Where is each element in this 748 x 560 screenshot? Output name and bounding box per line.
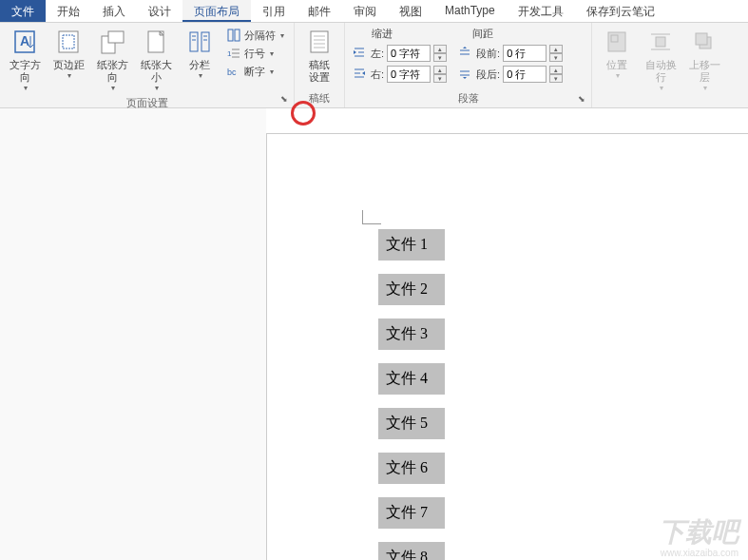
indent-right-input[interactable]: [387, 66, 431, 83]
breaks-button[interactable]: 分隔符▾: [224, 27, 286, 44]
list-item[interactable]: 文件 3: [378, 319, 445, 350]
paragraph-label: 段落: [349, 89, 587, 107]
tab-mathtype[interactable]: MathType: [433, 0, 507, 22]
list-item[interactable]: 文件 1: [378, 229, 445, 261]
left-margin-area: [0, 108, 266, 560]
position-button: 位置 ▾: [596, 25, 638, 82]
svg-rect-2: [59, 31, 78, 52]
indent-left-input[interactable]: [387, 45, 431, 62]
chevron-down-icon: ▾: [155, 84, 159, 92]
list-item[interactable]: 文件 6: [378, 453, 445, 484]
indent-left-label: 左:: [371, 47, 384, 61]
orientation-icon: [97, 27, 127, 57]
indent-left-icon: [353, 46, 368, 61]
ruler-corner: [362, 210, 381, 224]
group-page-setup: A 文字方向 ▾ 页边距 ▾ 纸张方向 ▾: [0, 23, 295, 107]
svg-rect-20: [311, 31, 328, 52]
page-setup-launcher[interactable]: ⬊: [280, 94, 292, 106]
chevron-down-icon: ▾: [67, 71, 71, 80]
svg-rect-41: [696, 33, 707, 45]
tab-home[interactable]: 开始: [46, 0, 91, 22]
manuscript-settings-button[interactable]: 稿纸 设置: [298, 25, 340, 86]
spinner-down[interactable]: ▾: [433, 53, 447, 62]
group-arrange: 位置 ▾ 自动换行 ▾ 上移一层 ▾: [592, 23, 729, 107]
spacing-before-label: 段前:: [476, 47, 500, 61]
tab-references[interactable]: 引用: [251, 0, 297, 22]
tab-cloud[interactable]: 保存到云笔记: [575, 0, 666, 22]
document-canvas[interactable]: 文件 1 文件 2 文件 3 文件 4 文件 5 文件 6 文件 7 文件 8 …: [266, 133, 748, 560]
list-item[interactable]: 文件 2: [378, 274, 445, 305]
tab-design[interactable]: 设计: [137, 0, 182, 22]
manuscript-icon: [304, 27, 335, 57]
text-direction-button[interactable]: A 文字方向 ▾: [4, 25, 46, 94]
ribbon: A 文字方向 ▾ 页边距 ▾ 纸张方向 ▾: [0, 23, 748, 108]
tab-file[interactable]: 文件: [0, 0, 46, 22]
tab-mailings[interactable]: 邮件: [297, 0, 342, 22]
line-numbers-icon: 1: [226, 46, 241, 61]
hyphenation-icon: bc: [226, 64, 241, 79]
spinner-down[interactable]: ▾: [549, 74, 563, 83]
list-item[interactable]: 文件 7: [378, 497, 445, 529]
svg-text:A: A: [20, 33, 29, 48]
chevron-down-icon: ▾: [111, 84, 115, 92]
breaks-icon: [226, 28, 241, 43]
tab-page-layout[interactable]: 页面布局: [182, 0, 251, 22]
spinner-down[interactable]: ▾: [433, 74, 447, 83]
svg-rect-13: [228, 29, 233, 41]
spacing-header: 间距: [472, 27, 493, 41]
tab-review[interactable]: 审阅: [342, 0, 388, 22]
list-item[interactable]: 文件 4: [378, 363, 445, 395]
tab-insert[interactable]: 插入: [91, 0, 137, 22]
spinner-up[interactable]: ▴: [549, 45, 563, 53]
chevron-down-icon: ▾: [24, 84, 28, 92]
tab-developer[interactable]: 开发工具: [507, 0, 575, 22]
spinner-up[interactable]: ▴: [433, 45, 447, 53]
svg-rect-7: [190, 32, 198, 51]
indent-header: 缩进: [372, 27, 393, 41]
list-item[interactable]: 文件 5: [378, 408, 445, 439]
paragraph-launcher[interactable]: ⬊: [578, 94, 589, 106]
margins-button[interactable]: 页边距 ▾: [48, 25, 89, 82]
svg-rect-37: [656, 37, 665, 47]
svg-rect-36: [611, 35, 618, 42]
spacing-after-icon: [458, 67, 473, 82]
indent-right-icon: [353, 67, 368, 82]
group-manuscript: 稿纸 设置 稿纸: [295, 23, 345, 107]
size-icon: [141, 27, 171, 57]
indent-right-label: 右:: [371, 68, 384, 82]
bring-forward-icon: [689, 27, 719, 57]
group-paragraph: 缩进 间距 左: ▴▾ 段前: ▴▾ 右: ▴▾ 段后: [345, 23, 592, 107]
text-direction-icon: A: [10, 27, 40, 57]
spacing-before-input[interactable]: [503, 45, 547, 62]
tab-view[interactable]: 视图: [388, 0, 433, 22]
spinner-down[interactable]: ▾: [549, 53, 563, 62]
spacing-after-input[interactable]: [503, 66, 547, 83]
wrap-icon: [645, 27, 676, 57]
watermark-logo: 下载吧: [659, 514, 738, 550]
list-item[interactable]: 文件 8: [378, 542, 445, 560]
selected-text-block[interactable]: 文件 1 文件 2 文件 3 文件 4 文件 5 文件 6 文件 7 文件 8: [378, 229, 445, 560]
margins-icon: [53, 27, 84, 57]
columns-icon: [184, 27, 215, 57]
svg-rect-14: [235, 29, 240, 41]
wrap-button: 自动换行 ▾: [640, 25, 681, 94]
bring-forward-button: 上移一层 ▾: [683, 25, 725, 94]
manuscript-label: 稿纸: [298, 89, 340, 107]
position-icon: [602, 27, 632, 57]
svg-rect-5: [108, 31, 124, 43]
spinner-up[interactable]: ▴: [433, 66, 447, 74]
orientation-button[interactable]: 纸张方向 ▾: [91, 25, 133, 94]
menu-tabs: 文件 开始 插入 设计 页面布局 引用 邮件 审阅 视图 MathType 开发…: [0, 0, 748, 23]
hyphenation-button[interactable]: bc 断字▾: [224, 63, 286, 80]
watermark-url: www.xiazaiba.com: [661, 548, 738, 558]
line-numbers-button[interactable]: 1 行号▾: [224, 45, 286, 62]
spacing-before-icon: [458, 46, 473, 61]
spacing-after-label: 段后:: [476, 68, 500, 82]
columns-button[interactable]: 分栏 ▾: [179, 25, 221, 82]
size-button[interactable]: 纸张大小 ▾: [135, 25, 177, 94]
chevron-down-icon: ▾: [199, 71, 202, 80]
spinner-up[interactable]: ▴: [549, 66, 563, 74]
svg-rect-8: [201, 32, 209, 51]
svg-text:bc: bc: [227, 68, 237, 77]
svg-text:1: 1: [227, 49, 232, 58]
